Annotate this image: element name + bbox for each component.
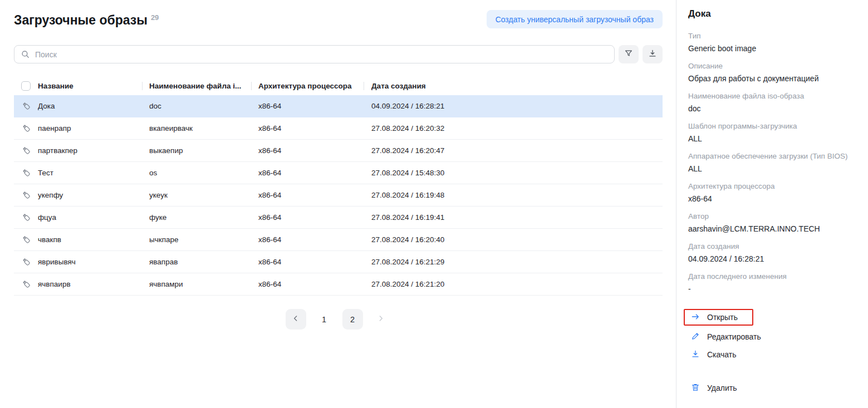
boot-images-page: Загрузочные образы29 Создать универсальн… xyxy=(0,0,676,408)
usb-drive-icon xyxy=(21,145,38,156)
table-row[interactable]: ячвпаирв ячвпамри x86-64 27.08.2024 / 16… xyxy=(14,273,663,296)
row-file: яваправ xyxy=(142,258,251,266)
detail-field-label: Тип xyxy=(688,31,857,41)
row-arch: x86-64 xyxy=(251,213,364,222)
detail-field: Наименование файла iso-образа doc xyxy=(688,91,857,114)
row-file: укеук xyxy=(142,191,251,199)
row-name: чвакпв xyxy=(38,235,142,244)
edit-action-label: Редактировать xyxy=(707,332,761,341)
detail-field-label: Архитектура процессора xyxy=(688,181,857,191)
detail-field-value: x86-64 xyxy=(688,193,857,204)
row-file: ячвпамри xyxy=(142,280,251,288)
column-header-arch[interactable]: Архитектура процессора xyxy=(251,82,364,90)
row-created: 27.08.2024 / 16:20:47 xyxy=(364,146,477,155)
page-title: Загрузочные образы29 xyxy=(14,10,159,28)
prev-page-button[interactable] xyxy=(286,309,306,330)
row-file: вкапеирвачк xyxy=(142,124,251,132)
detail-field: Архитектура процессора x86-64 xyxy=(688,181,857,204)
usb-drive-icon xyxy=(21,257,38,267)
table-row[interactable]: партвакпер выкаепир x86-64 27.08.2024 / … xyxy=(14,140,663,162)
table-row[interactable]: укепфу укеук x86-64 27.08.2024 / 16:19:4… xyxy=(14,184,663,207)
open-action-label: Открыть xyxy=(707,313,738,322)
detail-field-value: ALL xyxy=(688,133,857,144)
detail-field-label: Автор xyxy=(688,211,857,222)
detail-field: Дата создания 04.09.2024 / 16:28:21 xyxy=(688,241,857,264)
chevron-left-icon xyxy=(291,314,300,325)
row-name: укепфу xyxy=(38,191,142,199)
detail-field: Дата последнего изменения - xyxy=(688,271,857,294)
detail-field-value: ALL xyxy=(688,163,857,174)
page-header: Загрузочные образы29 Создать универсальн… xyxy=(14,10,663,28)
row-arch: x86-64 xyxy=(251,102,364,110)
delete-action[interactable]: Удалить xyxy=(690,381,857,395)
row-file: os xyxy=(142,169,251,177)
column-header-file[interactable]: Наименование файла i... xyxy=(142,82,251,90)
edit-action[interactable]: Редактировать xyxy=(690,330,857,343)
open-action[interactable]: Открыть xyxy=(690,311,738,324)
table-header: Название Наименование файла i... Архитек… xyxy=(14,76,663,95)
row-file: doc xyxy=(142,102,251,110)
usb-drive-icon xyxy=(21,190,38,200)
table-row[interactable]: чвакпв ычкпаре x86-64 27.08.2024 / 16:20… xyxy=(14,229,663,251)
table-body: Дока doc x86-64 04.09.2024 / 16:28:21 па… xyxy=(14,95,663,296)
row-created: 27.08.2024 / 16:20:40 xyxy=(364,235,477,244)
row-name: Тест xyxy=(38,169,142,177)
row-file: выкаепир xyxy=(142,146,251,155)
table-row[interactable]: фцуа фуке x86-64 27.08.2024 / 16:19:41 xyxy=(14,207,663,229)
arrow-right-icon xyxy=(690,312,700,323)
pagination: 1 2 xyxy=(14,309,663,330)
detail-field: Тип Generic boot image xyxy=(688,31,857,54)
filter-button[interactable] xyxy=(619,45,639,63)
column-header-name[interactable]: Название xyxy=(38,82,142,90)
page-button-1[interactable]: 1 xyxy=(314,309,335,330)
detail-field-label: Аппаратное обеспечение загрузки (Тип BIO… xyxy=(688,151,857,161)
next-page-button[interactable] xyxy=(371,309,391,330)
details-fields: Тип Generic boot image Описание Образ дл… xyxy=(688,31,857,294)
download-action[interactable]: Скачать xyxy=(690,348,857,361)
download-icon xyxy=(648,48,658,60)
row-arch: x86-64 xyxy=(251,280,364,288)
usb-drive-icon xyxy=(21,101,38,111)
row-arch: x86-64 xyxy=(251,191,364,199)
create-universal-boot-image-button[interactable]: Создать универсальный загрузочный образ xyxy=(487,10,663,28)
usb-drive-icon xyxy=(21,212,38,223)
detail-field-label: Наименование файла iso-образа xyxy=(688,91,857,101)
table-row[interactable]: паенрапр вкапеирвачк x86-64 27.08.2024 /… xyxy=(14,117,663,140)
row-created: 04.09.2024 / 16:28:21 xyxy=(364,102,477,110)
detail-field-label: Дата создания xyxy=(688,241,857,252)
row-arch: x86-64 xyxy=(251,169,364,177)
select-all-checkbox[interactable] xyxy=(21,81,31,91)
boot-images-table: Название Наименование файла i... Архитек… xyxy=(14,76,663,296)
toolbar xyxy=(14,45,663,63)
row-name: партвакпер xyxy=(38,146,142,155)
row-file: ычкпаре xyxy=(142,235,251,244)
row-name: Дока xyxy=(38,102,142,110)
detail-field: Описание Образ для работы с документацие… xyxy=(688,61,857,84)
pencil-icon xyxy=(690,331,700,343)
column-header-created[interactable]: Дата создания xyxy=(364,82,477,90)
search-input[interactable] xyxy=(14,45,615,63)
usb-drive-icon xyxy=(21,123,38,134)
trash-icon xyxy=(690,382,700,394)
usb-drive-icon xyxy=(21,234,38,245)
detail-field-value: Образ для работы с документацией xyxy=(688,73,857,84)
download-icon xyxy=(690,349,700,361)
items-count-badge: 29 xyxy=(151,13,159,22)
delete-action-label: Удалить xyxy=(707,384,737,392)
row-name: паенрапр xyxy=(38,124,142,132)
usb-drive-icon xyxy=(21,279,38,289)
chevron-right-icon xyxy=(376,314,385,325)
page-button-2-current[interactable]: 2 xyxy=(342,309,363,330)
row-created: 27.08.2024 / 15:48:30 xyxy=(364,169,477,177)
detail-field-value: 04.09.2024 / 16:28:21 xyxy=(688,253,857,264)
table-row[interactable]: Дока doc x86-64 04.09.2024 / 16:28:21 xyxy=(14,95,663,117)
row-name: фцуа xyxy=(38,213,142,222)
detail-field: Автор aarshavin@LCM.TERRA.INNO.TECH xyxy=(688,211,857,234)
table-row[interactable]: явривывяч яваправ x86-64 27.08.2024 / 16… xyxy=(14,251,663,273)
row-created: 27.08.2024 / 16:19:48 xyxy=(364,191,477,199)
table-row[interactable]: Тест os x86-64 27.08.2024 / 15:48:30 xyxy=(14,162,663,184)
export-button[interactable] xyxy=(643,45,663,63)
row-created: 27.08.2024 / 16:21:20 xyxy=(364,280,477,288)
detail-field-label: Шаблон программы-загрузчика xyxy=(688,121,857,131)
row-created: 27.08.2024 / 16:19:41 xyxy=(364,213,477,222)
